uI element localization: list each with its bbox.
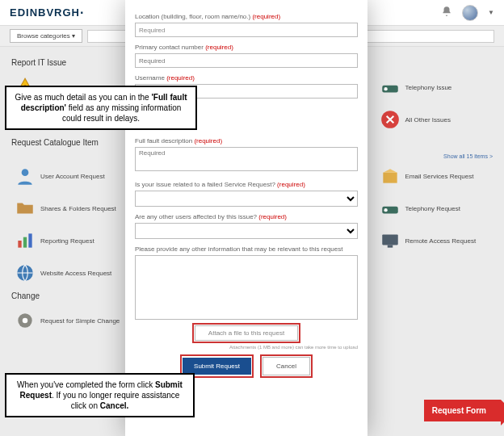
avatar[interactable]: [462, 5, 478, 21]
svg-point-4: [22, 169, 29, 176]
tile-website-access[interactable]: Website Access Request: [11, 259, 128, 287]
attach-highlight: Attach a file to this request: [192, 323, 300, 343]
brand-logo: EDINBVRGH: [10, 6, 80, 19]
phone-icon: [380, 77, 401, 98]
tile-simple-change[interactable]: Request for Simple Change: [11, 307, 128, 334]
tile-other-issues[interactable]: All Other Issues: [376, 106, 494, 133]
callout-submit: When you've completed the form click Sub…: [5, 373, 195, 417]
report-icon: [15, 230, 36, 251]
svg-rect-10: [28, 233, 32, 247]
svg-rect-11: [382, 234, 398, 245]
x-circle-icon: [380, 109, 401, 130]
other-users-select[interactable]: [135, 223, 358, 239]
full-fault-description-input[interactable]: [135, 147, 358, 171]
globe-icon: [15, 262, 36, 283]
tile-remote-access[interactable]: Remote Access Request: [376, 227, 494, 254]
full-fault-label: Full fault description (required): [135, 137, 358, 145]
svg-point-2: [384, 87, 387, 90]
cancel-button[interactable]: Cancel: [262, 357, 310, 375]
location-input[interactable]: [135, 23, 358, 37]
svg-rect-12: [387, 245, 393, 247]
location-label: Location (building, floor, room name/no.…: [135, 13, 358, 20]
callout-full-fault: Give as much detail as you can in the 'F…: [5, 86, 197, 130]
box-icon: [380, 166, 401, 187]
attach-file-button[interactable]: Attach a file to this request: [195, 325, 298, 341]
extra-info-label: Please provide any other information tha…: [135, 245, 358, 253]
request-form-arrow: Request Form: [424, 400, 501, 421]
svg-point-15: [23, 318, 28, 324]
tile-email-services[interactable]: Email Services Request: [376, 162, 494, 190]
phone-icon: [380, 198, 401, 219]
primary-contact-label: Primary contact number (required): [135, 44, 358, 51]
extra-info-input[interactable]: [135, 255, 358, 320]
tile-user-account[interactable]: User Account Request: [11, 162, 128, 190]
svg-rect-8: [18, 241, 21, 248]
chevron-down-icon[interactable]: ▼: [488, 9, 494, 16]
svg-rect-9: [23, 237, 27, 248]
svg-point-7: [384, 208, 387, 212]
svg-rect-5: [383, 173, 397, 183]
tile-shares-folders[interactable]: Shares & Folders Request: [11, 195, 128, 222]
folder-icon: [15, 198, 36, 219]
primary-contact-input[interactable]: [135, 53, 358, 68]
tile-telephony-issue[interactable]: Telephony Issue: [376, 73, 494, 101]
other-users-label: Are any other users affected by this iss…: [135, 213, 358, 220]
dot-icon: ·: [80, 6, 83, 20]
failed-sr-select[interactable]: [135, 191, 358, 207]
attach-note: Attachments (1 MB and more) can take mor…: [135, 345, 358, 350]
request-form-modal: Location (building, floor, room name/no.…: [125, 0, 368, 436]
tile-reporting-request[interactable]: Reporting Request: [11, 227, 128, 254]
monitor-icon: [380, 230, 401, 251]
user-icon: [15, 166, 36, 187]
tile-telephony-request[interactable]: Telephony Request: [376, 195, 494, 222]
browse-categories-button[interactable]: Browse categories ▾: [10, 29, 82, 43]
username-label: Username (required): [135, 74, 358, 82]
cancel-highlight: Cancel: [260, 354, 313, 378]
submit-request-button[interactable]: Submit Request: [183, 358, 251, 375]
bell-icon[interactable]: [441, 6, 452, 20]
gear-icon: [15, 310, 36, 331]
failed-sr-label: Is your issue related to a failed Servic…: [135, 181, 358, 188]
